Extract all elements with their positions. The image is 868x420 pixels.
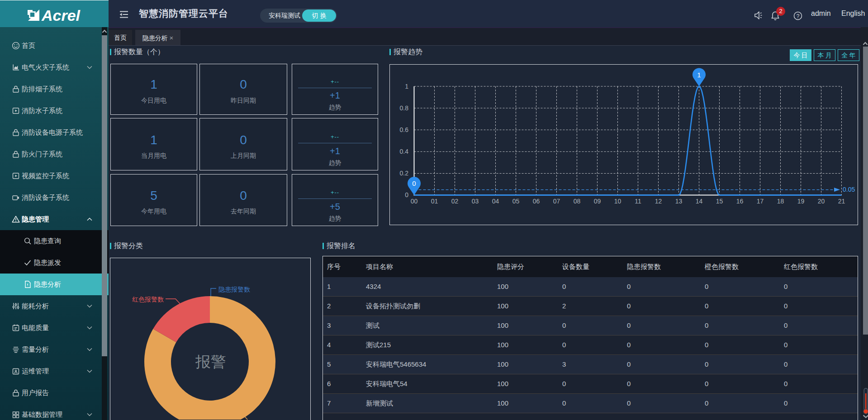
svg-text:10: 10 [614,198,621,205]
svg-text:04: 04 [492,198,499,205]
svg-text:16: 16 [736,198,744,205]
svg-text:20: 20 [818,198,825,205]
svg-text:0.8: 0.8 [400,104,409,112]
svg-text:08: 08 [574,198,581,205]
svg-text:01: 01 [431,198,438,205]
svg-text:报警: 报警 [195,353,226,370]
svg-text:05: 05 [512,198,520,205]
svg-text:02: 02 [451,198,459,205]
svg-text:?: ? [797,13,800,19]
svg-text:00: 00 [411,198,418,205]
svg-text:17: 17 [757,198,764,205]
svg-text:12: 12 [655,198,662,205]
svg-text:06: 06 [533,198,540,205]
svg-text:0.2: 0.2 [400,170,409,177]
svg-text:0.6: 0.6 [400,126,409,133]
svg-text:15: 15 [716,198,723,205]
svg-text:11: 11 [635,198,641,205]
svg-text:0: 0 [412,179,416,187]
svg-text:14: 14 [696,198,703,205]
svg-text:0.4: 0.4 [400,148,409,155]
svg-text:1: 1 [405,83,408,90]
svg-text:0: 0 [405,191,408,198]
svg-text:18: 18 [777,198,784,205]
svg-text:09: 09 [594,198,601,205]
svg-text:07: 07 [553,198,560,205]
svg-text:Acrel: Acrel [41,7,81,24]
svg-text:19: 19 [797,198,805,205]
svg-text:0.05: 0.05 [843,186,855,193]
svg-text:13: 13 [675,198,683,205]
svg-text:21: 21 [838,198,845,205]
svg-text:03: 03 [472,198,479,205]
svg-text:1: 1 [697,71,701,79]
svg-text:红色报警数: 红色报警数 [132,296,164,303]
svg-text:隐患报警数: 隐患报警数 [218,286,250,293]
